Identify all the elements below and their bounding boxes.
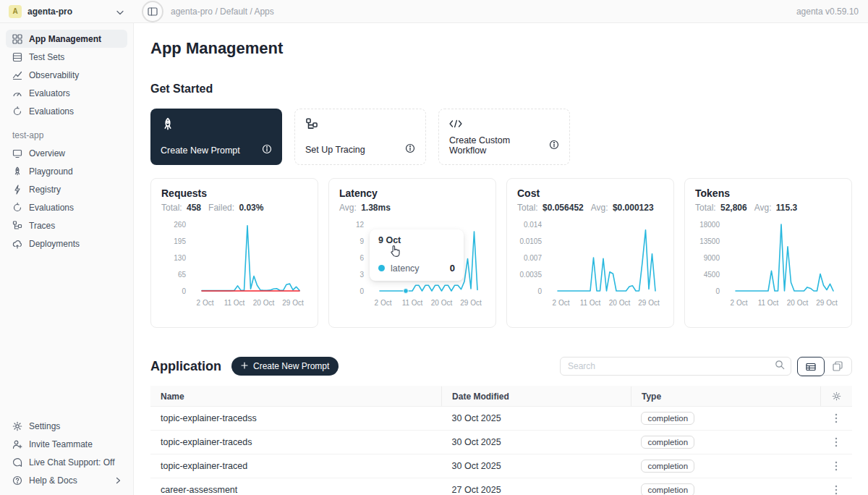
sidebar-item-label: Evaluations [29, 203, 74, 213]
metric-stats: Total: $0.056452Avg: $0.000123 [517, 203, 663, 213]
sidebar-item-evaluations[interactable]: Evaluations [6, 102, 127, 120]
sidebar-item-observability[interactable]: Observability [6, 66, 127, 84]
sidebar-item-traces[interactable]: Traces [6, 216, 127, 234]
table-view-button[interactable] [797, 357, 825, 376]
info-icon[interactable] [549, 140, 559, 152]
search-input[interactable] [568, 361, 775, 371]
svg-text:0.007: 0.007 [524, 254, 542, 262]
cloud-icon [12, 239, 22, 249]
application-header: Application Create New Prompt [150, 357, 852, 376]
column-header-name: Name [150, 386, 442, 407]
sidebar-item-label: Overview [29, 148, 65, 158]
svg-text:20 Oct: 20 Oct [787, 299, 809, 307]
sidebar-item-playground[interactable]: Playground [6, 162, 127, 180]
svg-text:29 Oct: 29 Oct [816, 299, 838, 307]
svg-text:2 Oct: 2 Oct [553, 299, 570, 307]
app-name[interactable]: topic-explainer-tracedss [150, 407, 442, 431]
svg-text:0: 0 [182, 287, 186, 295]
tree-icon [12, 221, 22, 231]
cost-chart[interactable]: 00.00350.0070.01050.0142 Oct11 Oct20 Oct… [517, 219, 663, 317]
app-date: 30 Oct 2025 [442, 407, 631, 431]
type-badge: completion [641, 412, 694, 425]
workspace-selector[interactable]: A agenta-pro [0, 5, 134, 18]
row-actions [820, 478, 852, 495]
get-started-cards: Create New Prompt Set Up Tracing Create … [150, 109, 852, 165]
top-bar: A agenta-pro agenta-pro / Default / Apps… [0, 0, 868, 23]
sidebar-item-evaluators[interactable]: Evaluators [6, 84, 127, 102]
svg-text:0: 0 [359, 287, 364, 295]
more-options-icon[interactable] [830, 437, 842, 447]
sidebar-footer: Settings Invite Teammate Live Chat Suppo… [6, 417, 127, 489]
svg-text:6: 6 [359, 254, 364, 262]
stat: Total: $0.056452 [517, 203, 584, 213]
panel-left-icon [148, 7, 158, 17]
sidebar-item-label: App Management [29, 34, 101, 44]
requests-chart[interactable]: 0651301952602 Oct11 Oct20 Oct29 Oct [161, 219, 307, 317]
sidebar-item-help-docs[interactable]: Help & Docs [6, 471, 127, 489]
sidebar-item-label: Evaluations [29, 106, 74, 117]
sidebar: App Management Test Sets Observability E… [0, 23, 134, 495]
svg-text:29 Oct: 29 Oct [460, 299, 482, 307]
sidebar-item-evaluations-app[interactable]: Evaluations [6, 198, 127, 216]
metric-title: Tokens [695, 187, 841, 199]
app-name[interactable]: topic-explainer-traceds [150, 431, 442, 454]
svg-text:13500: 13500 [699, 237, 720, 245]
metric-card-cost: Cost Total: $0.056452Avg: $0.000123 00.0… [506, 178, 674, 328]
sidebar-item-overview[interactable]: Overview [6, 144, 127, 162]
svg-text:18000: 18000 [699, 221, 720, 229]
sidebar-item-invite-teammate[interactable]: Invite Teammate [6, 435, 127, 453]
stat: Total: 458 [161, 203, 201, 213]
tokens-chart[interactable]: 04500900013500180002 Oct11 Oct20 Oct29 O… [695, 219, 841, 317]
chevron-right-icon [116, 477, 121, 484]
stat: Total: 52,806 [695, 203, 747, 213]
more-options-icon[interactable] [830, 485, 842, 495]
create-custom-workflow-card[interactable]: Create Custom Workflow [438, 109, 570, 165]
svg-text:11 Oct: 11 Oct [758, 299, 779, 307]
row-actions [820, 431, 852, 454]
info-icon[interactable] [262, 144, 272, 156]
type-badge: completion [641, 483, 694, 495]
refresh-icon [12, 106, 22, 117]
type-badge: completion [641, 460, 694, 473]
more-options-icon[interactable] [830, 413, 842, 423]
svg-text:11 Oct: 11 Oct [580, 299, 601, 307]
table-row[interactable]: career-assessment 27 Oct 2025 completion [150, 478, 852, 495]
svg-text:12: 12 [356, 221, 365, 229]
metric-title: Cost [517, 187, 663, 199]
sidebar-item-registry[interactable]: Registry [6, 180, 127, 198]
table-settings-gear-icon[interactable] [831, 392, 842, 401]
sidebar-item-app-management[interactable]: App Management [6, 30, 127, 48]
metrics-row: Requests Total: 458Failed: 0.03% 0651301… [150, 178, 852, 328]
stat: Failed: 0.03% [208, 203, 263, 213]
info-icon[interactable] [405, 143, 415, 156]
more-options-icon[interactable] [830, 461, 842, 471]
chat-bubble-icon [12, 457, 22, 468]
sidebar-item-test-sets[interactable]: Test Sets [6, 48, 127, 66]
breadcrumb[interactable]: agenta-pro / Default / Apps [171, 7, 274, 17]
svg-text:11 Oct: 11 Oct [224, 299, 245, 307]
gauge-icon [12, 88, 22, 98]
card-view-button[interactable] [824, 358, 851, 375]
set-up-tracing-card[interactable]: Set Up Tracing [294, 109, 426, 165]
table-row[interactable]: topic-explainer-traceds 30 Oct 2025 comp… [150, 431, 852, 454]
sidebar-toggle-button[interactable] [146, 5, 159, 18]
table-header-row: Name Date Modified Type [150, 386, 852, 407]
metric-stats: Total: 458Failed: 0.03% [161, 203, 307, 213]
svg-text:0.0035: 0.0035 [519, 271, 542, 279]
sidebar-item-deployments[interactable]: Deployments [6, 234, 127, 253]
sidebar-item-settings[interactable]: Settings [6, 417, 127, 435]
app-date: 30 Oct 2025 [442, 431, 631, 454]
search-icon[interactable] [775, 360, 785, 373]
sidebar-item-live-chat[interactable]: Live Chat Support: Off [6, 453, 127, 471]
app-name[interactable]: topic-explainer-traced [150, 454, 442, 478]
svg-text:3: 3 [359, 271, 364, 279]
test-sets-icon [12, 52, 22, 62]
app-name[interactable]: career-assessment [150, 478, 442, 495]
workspace-name: agenta-pro [27, 7, 111, 17]
create-new-prompt-card[interactable]: Create New Prompt [150, 109, 282, 165]
create-new-prompt-button[interactable]: Create New Prompt [231, 357, 339, 376]
svg-text:2 Oct: 2 Oct [375, 299, 392, 307]
table-row[interactable]: topic-explainer-tracedss 30 Oct 2025 com… [150, 407, 852, 431]
table-row[interactable]: topic-explainer-traced 30 Oct 2025 compl… [150, 454, 852, 478]
svg-text:0.0105: 0.0105 [519, 237, 542, 245]
